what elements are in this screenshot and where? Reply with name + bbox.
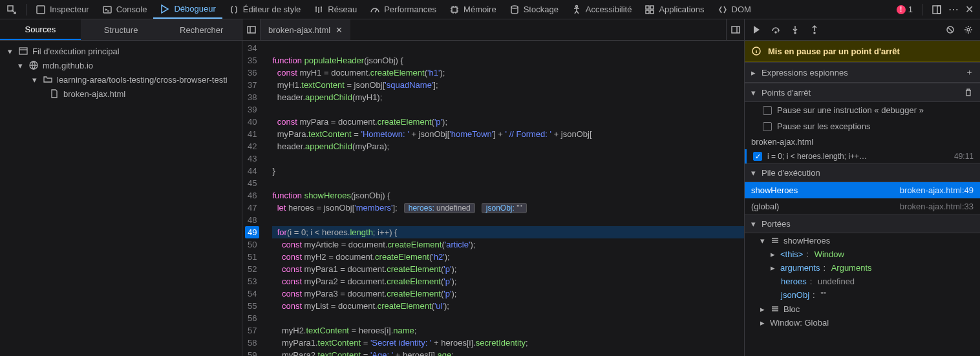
breakpoint-file-label: broken-ajax.html: [745, 134, 980, 149]
debugger-settings-button[interactable]: [963, 25, 974, 35]
scopes-header[interactable]: ▾Portées: [745, 215, 980, 233]
tab-application[interactable]: Applications: [638, 0, 710, 19]
dock-side-icon[interactable]: [932, 5, 942, 15]
tab-network[interactable]: Réseau: [307, 0, 363, 19]
svg-rect-11: [937, 6, 941, 14]
sources-tab[interactable]: Sources: [0, 19, 81, 40]
watch-header[interactable]: ▸Expressions espionnes＋: [745, 62, 980, 83]
tab-inspector[interactable]: Inspecteur: [29, 0, 96, 19]
editor-panel: broken-ajax.html✕ 3435363738394041424344…: [242, 19, 744, 356]
host-row[interactable]: ▾mdn.github.io: [0, 58, 242, 72]
error-indicator[interactable]: !1: [897, 5, 913, 14]
scope-window[interactable]: ▸Window: Global: [745, 316, 980, 330]
sources-panel: Sources Structure Rechercher ▾Fil d'exéc…: [0, 19, 242, 356]
svg-rect-9: [650, 10, 654, 14]
svg-rect-12: [19, 48, 27, 54]
scope-var[interactable]: ▸<this>: Window: [745, 247, 980, 261]
svg-rect-3: [452, 7, 457, 12]
step-over-button[interactable]: [771, 25, 781, 35]
pause-on-exceptions-checkbox[interactable]: Pause sur les exceptions: [745, 118, 980, 134]
close-icon[interactable]: ✕: [965, 3, 974, 16]
delete-breakpoints-button[interactable]: [963, 87, 974, 98]
devtools-toolbar: Inspecteur Console Débogueur Éditeur de …: [0, 0, 980, 19]
svg-point-18: [814, 32, 815, 34]
globe-icon: [28, 60, 39, 70]
svg-point-16: [775, 32, 776, 33]
scope-var: heroes: undefined: [745, 275, 980, 288]
tab-storage[interactable]: Stockage: [503, 0, 565, 19]
code-editor[interactable]: 3435363738394041424344454647484950515253…: [242, 41, 744, 356]
tab-accessibility[interactable]: Accessibilité: [565, 0, 639, 19]
svg-rect-15: [732, 26, 740, 33]
pick-element-button[interactable]: [0, 0, 23, 19]
scope-icon: [770, 304, 780, 314]
tab-memory[interactable]: Mémoire: [443, 0, 503, 19]
svg-rect-6: [646, 6, 649, 9]
breakpoints-header[interactable]: ▾Points d'arrêt: [745, 83, 980, 102]
callstack-header[interactable]: ▾Pile d'exécution: [745, 163, 980, 182]
scope-icon: [770, 235, 780, 246]
resume-button[interactable]: [751, 25, 762, 35]
outline-tab[interactable]: Structure: [81, 19, 162, 40]
file-row[interactable]: broken-ajax.html: [0, 87, 242, 101]
tab-console[interactable]: Console: [96, 0, 154, 19]
toggle-sidebar-button[interactable]: [242, 19, 261, 40]
svg-point-4: [511, 6, 518, 8]
close-tab-icon[interactable]: ✕: [336, 25, 343, 35]
stack-frame[interactable]: showHeroesbroken-ajax.html:49: [745, 182, 980, 198]
svg-rect-7: [650, 6, 654, 9]
folder-icon: [43, 74, 53, 85]
scope-var: jsonObj: "": [745, 288, 980, 302]
tab-performance[interactable]: Performances: [363, 0, 443, 19]
svg-rect-14: [248, 26, 255, 33]
svg-rect-10: [933, 6, 941, 14]
svg-point-20: [967, 28, 970, 31]
tab-style-editor[interactable]: Éditeur de style: [222, 0, 308, 19]
svg-point-17: [794, 32, 796, 34]
step-out-button[interactable]: [809, 25, 820, 35]
thread-row[interactable]: ▾Fil d'exécution principal: [0, 44, 242, 58]
add-watch-button[interactable]: ＋: [965, 67, 974, 78]
breakpoint-entry[interactable]: ✓i = 0; i < heroes.length; i++…49:11: [745, 149, 980, 163]
disable-breakpoints-button[interactable]: [945, 25, 955, 35]
tab-debugger[interactable]: Débogueur: [153, 0, 222, 19]
folder-row[interactable]: ▾learning-area/tools-testing/cross-brows…: [0, 72, 242, 87]
svg-point-5: [575, 5, 577, 7]
toggle-right-sidebar-button[interactable]: [726, 19, 744, 40]
tab-dom[interactable]: DOM: [711, 0, 758, 19]
scope-function[interactable]: ▾showHeroes: [745, 233, 980, 247]
pause-banner: Mis en pause par un point d'arrêt: [745, 41, 980, 62]
svg-rect-1: [37, 6, 45, 14]
scope-block[interactable]: ▸Bloc: [745, 302, 980, 316]
svg-rect-8: [646, 10, 649, 14]
debugger-panel: Mis en pause par un point d'arrêt ▸Expre…: [744, 19, 980, 356]
scope-var[interactable]: ▸arguments: Arguments: [745, 261, 980, 275]
window-icon: [18, 46, 28, 56]
info-icon: [751, 46, 762, 56]
pause-on-debugger-checkbox[interactable]: Pause sur une instruction « debugger »: [745, 102, 980, 118]
file-icon: [49, 89, 59, 99]
search-tab[interactable]: Rechercher: [161, 19, 242, 40]
file-tab[interactable]: broken-ajax.html✕: [261, 19, 350, 40]
step-in-button[interactable]: [790, 25, 800, 35]
more-icon[interactable]: ⋯: [948, 3, 959, 16]
stack-frame[interactable]: (global)broken-ajax.html:33: [745, 198, 980, 215]
